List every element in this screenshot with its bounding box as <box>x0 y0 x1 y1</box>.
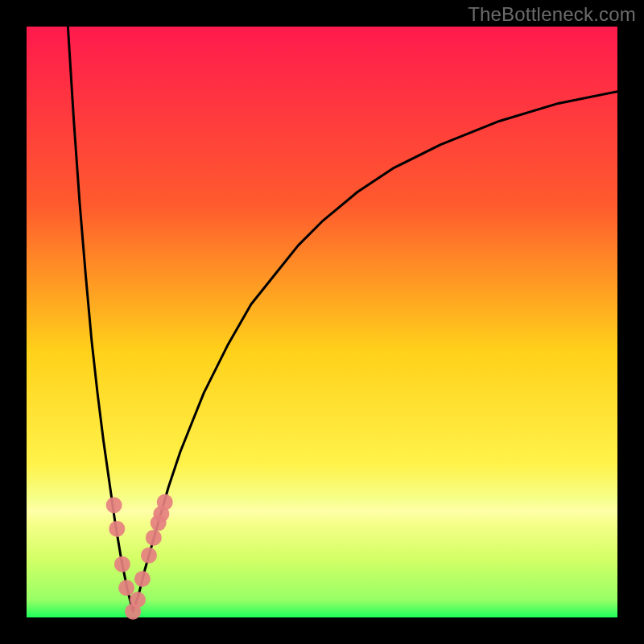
highlight-dot <box>109 521 125 537</box>
highlight-dot <box>130 592 146 608</box>
watermark-text: TheBottleneck.com <box>468 3 636 26</box>
highlight-dot <box>141 547 157 564</box>
highlight-dot <box>134 571 151 587</box>
highlight-dot <box>114 556 130 572</box>
highlight-dot <box>157 494 173 510</box>
bottleneck-chart <box>0 0 644 644</box>
highlight-dot <box>106 497 122 514</box>
highlight-dot <box>146 530 162 546</box>
chart-frame: TheBottleneck.com <box>0 0 644 644</box>
highlight-dot <box>118 580 134 596</box>
